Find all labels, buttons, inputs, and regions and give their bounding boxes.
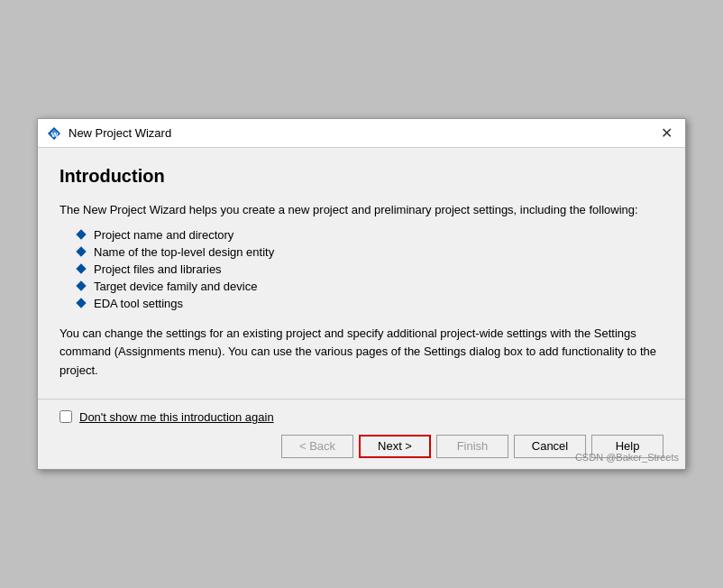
finish-button[interactable]: Finish [436,435,508,458]
checkbox-row: Don't show me this introduction again [59,410,664,424]
close-button[interactable]: ✕ [657,124,676,142]
list-item-text: EDA tool settings [94,297,183,310]
bullet-icon [76,298,86,308]
list-item: Project files and libraries [78,262,664,276]
title-bar: W New Project Wizard ✕ [38,119,685,148]
bullet-icon [76,229,86,239]
watermark: CSDN @Baker_Streets [575,452,679,463]
dont-show-label[interactable]: Don't show me this introduction again [79,410,274,424]
list-item: Name of the top-level design entity [78,245,664,259]
button-row: < Back Next > Finish Cancel Help [59,435,664,458]
list-item-text: Name of the top-level design entity [94,245,274,259]
main-content: Introduction The New Project Wizard help… [38,148,685,399]
bullet-icon [76,263,86,273]
bullet-icon [76,280,86,290]
list-item-text: Target device family and device [94,280,257,293]
title-bar-left: W New Project Wizard [47,126,171,141]
next-button[interactable]: Next > [359,435,431,458]
dialog-title: New Project Wizard [69,126,171,140]
dont-show-checkbox[interactable] [59,410,72,423]
page-heading: Introduction [59,166,664,187]
feature-list: Project name and directory Name of the t… [78,228,664,310]
new-project-wizard-dialog: W New Project Wizard ✕ Introduction The … [37,118,686,470]
bullet-icon [76,246,86,256]
intro-paragraph: The New Project Wizard helps you create … [59,201,664,219]
outro-paragraph: You can change the settings for an exist… [59,325,664,381]
back-button[interactable]: < Back [281,435,353,458]
list-item: Target device family and device [78,280,664,293]
list-item-text: Project name and directory [94,228,233,242]
wizard-icon: W [47,126,61,141]
svg-text:W: W [51,131,59,139]
list-item: EDA tool settings [78,297,664,310]
list-item: Project name and directory [78,228,664,242]
list-item-text: Project files and libraries [94,262,222,276]
